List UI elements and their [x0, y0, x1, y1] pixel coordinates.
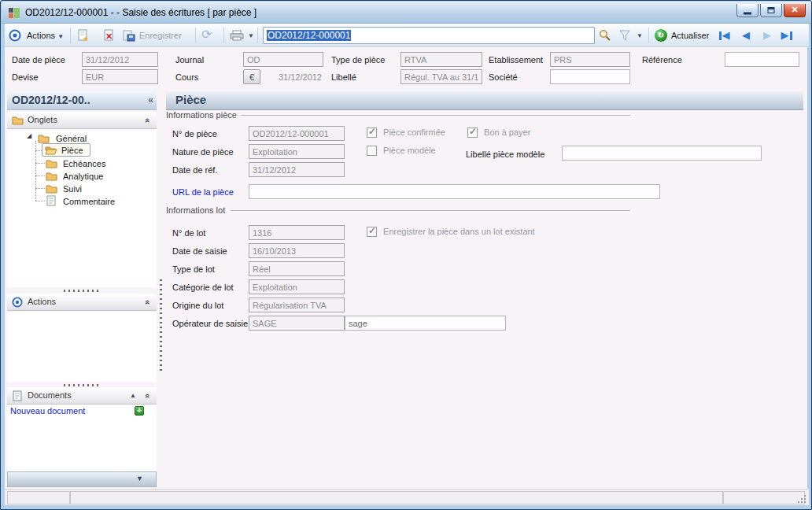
cours-value: 31/12/2012 — [260, 72, 322, 82]
cours-label: Cours — [175, 72, 198, 82]
tree-item-echeances[interactable]: Echéances — [63, 159, 105, 168]
status-cell-right — [723, 491, 805, 504]
page-title-bar: Pièce — [166, 91, 803, 110]
checkbox-lot-existant[interactable]: ✓ Enregistrer la pièce dans un lot exist… — [367, 226, 535, 237]
type-piece-input — [400, 52, 482, 67]
delete-piece-button[interactable]: ✕ — [103, 29, 116, 42]
societe-label: Société — [489, 72, 518, 82]
application-window: OD2012/12-000001 - - Saisie des écriture… — [0, 0, 812, 510]
checkbox-bon-a-payer[interactable]: ✓ Bon à payer — [467, 127, 530, 138]
tree-item-commentaire[interactable]: Commentaire — [63, 197, 115, 206]
libelle-input — [400, 69, 482, 84]
tree-expander-icon[interactable]: ◢ — [27, 132, 31, 139]
sidebar-collapse-icon[interactable]: « — [148, 94, 153, 105]
operateur-nom-input — [345, 316, 506, 331]
piece-modele-label: Pièce modèle — [383, 146, 436, 155]
devise-input — [82, 69, 158, 84]
nav-last-icon: ▶ — [781, 29, 789, 41]
reference-input[interactable] — [725, 52, 799, 67]
nav-last-button[interactable]: ▶ — [777, 27, 797, 44]
close-button[interactable]: ✕ — [784, 4, 806, 17]
sidebar-splitter[interactable] — [160, 278, 162, 371]
onglets-collapse-icon[interactable]: « — [143, 118, 153, 123]
societe-input[interactable] — [550, 69, 630, 84]
new-document-icon: ★ — [77, 29, 90, 42]
actions-panel-header[interactable]: Actions « — [7, 293, 157, 311]
onglets-panel-title: Onglets — [28, 115, 57, 124]
print-button[interactable] — [230, 30, 244, 42]
save-button-label[interactable]: Enregistrer — [139, 31, 182, 40]
actualiser-button[interactable]: Actualiser — [671, 31, 709, 40]
categorie-lot-input — [249, 279, 345, 294]
tree-connector — [35, 188, 45, 189]
date-ref-label: Date de réf. — [172, 165, 217, 175]
tree-connector — [35, 176, 45, 176]
date-saisie-label: Date de saisie — [172, 246, 227, 256]
tree-item-piece[interactable]: Pièce — [61, 146, 83, 155]
nature-piece-label: Nature de pièce — [172, 147, 234, 157]
documents-collapse-icon[interactable]: « — [143, 394, 153, 398]
minimize-button[interactable] — [736, 4, 758, 17]
print-dropdown-arrow[interactable]: ▼ — [248, 32, 254, 39]
sidebar-record-header: OD2012/12-00.. « — [7, 91, 157, 110]
bullseye-icon — [9, 29, 21, 42]
save-button[interactable] — [123, 29, 135, 42]
tree-item-analytique[interactable]: Analytique — [63, 172, 103, 181]
actions-panel-title: Actions — [28, 297, 56, 306]
check-icon: ✓ — [368, 225, 376, 236]
folder-icon — [12, 115, 24, 125]
euro-button[interactable]: € — [243, 69, 260, 84]
tree-item-general[interactable]: Général — [56, 134, 87, 143]
maximize-button[interactable] — [760, 4, 782, 17]
libelle-piece-modele-input[interactable] — [562, 146, 762, 161]
documents-panel-header[interactable]: Documents ▲ « — [7, 386, 157, 405]
title-bar: OD2012/12-000001 - - Saisie des écriture… — [2, 2, 812, 24]
actions-menu-button[interactable]: Actions ▼ — [27, 31, 64, 40]
filter-dropdown-arrow[interactable]: ▼ — [637, 32, 643, 39]
search-button[interactable] — [599, 29, 611, 42]
onglets-panel-header[interactable]: Onglets « — [7, 111, 157, 129]
nav-first-button[interactable]: ◀ — [714, 27, 734, 44]
add-document-button[interactable]: + — [135, 406, 144, 416]
svg-text:★: ★ — [83, 35, 89, 42]
refresh-icon: ⟳ — [201, 28, 212, 41]
page-title: Pièce — [175, 93, 206, 106]
new-piece-button[interactable]: ★ — [77, 29, 90, 42]
date-saisie-input — [249, 243, 345, 258]
filter-button[interactable] — [618, 29, 631, 42]
nav-first-icon: ◀ — [722, 29, 730, 41]
piece-confirmee-label: Pièce confirmée — [383, 128, 445, 137]
type-piece-label: Type de pièce — [331, 55, 386, 65]
actions-menu-label: Actions — [27, 31, 55, 40]
nav-last-bar — [790, 31, 792, 40]
checkbox-piece-confirmee[interactable]: ✓ Pièce confirmée — [367, 127, 445, 138]
refresh-button[interactable]: ⟳ — [201, 27, 212, 42]
checkbox-piece-modele[interactable]: Pièce modèle — [367, 145, 436, 156]
piece-search-input[interactable]: OD2012/12-000001 — [263, 27, 595, 44]
num-lot-label: N° de lot — [172, 228, 205, 238]
document-icon — [13, 390, 22, 401]
search-icon — [599, 29, 611, 42]
url-piece-link[interactable]: URL de la pièce — [172, 187, 234, 197]
folder-icon — [46, 183, 57, 194]
documents-pin-icon[interactable]: ▲ — [130, 392, 136, 399]
actions-panel-body — [7, 312, 157, 382]
actualiser-icon: ↻ — [655, 29, 667, 42]
filter-funnel-icon — [618, 29, 631, 42]
sidebar-overflow-bar[interactable]: ▼ — [7, 471, 157, 487]
tree-item-suivi[interactable]: Suivi — [63, 184, 82, 194]
categorie-lot-label: Catégorie de lot — [172, 283, 234, 292]
overflow-down-icon: ▼ — [136, 475, 143, 482]
actions-collapse-icon[interactable]: « — [143, 300, 153, 305]
open-folder-icon — [45, 146, 57, 155]
app-icon — [8, 6, 21, 19]
etablissement-input — [550, 52, 630, 67]
new-document-link[interactable]: Nouveau document — [10, 406, 85, 416]
nav-previous-button[interactable]: ◀ — [736, 27, 756, 44]
reference-label: Référence — [642, 55, 682, 65]
nav-next-button[interactable]: ▶ — [757, 27, 777, 44]
panel-resize-grip[interactable] — [64, 290, 102, 292]
tree-connector — [35, 163, 45, 164]
url-piece-input[interactable] — [249, 184, 660, 199]
resize-grip[interactable] — [798, 495, 806, 503]
